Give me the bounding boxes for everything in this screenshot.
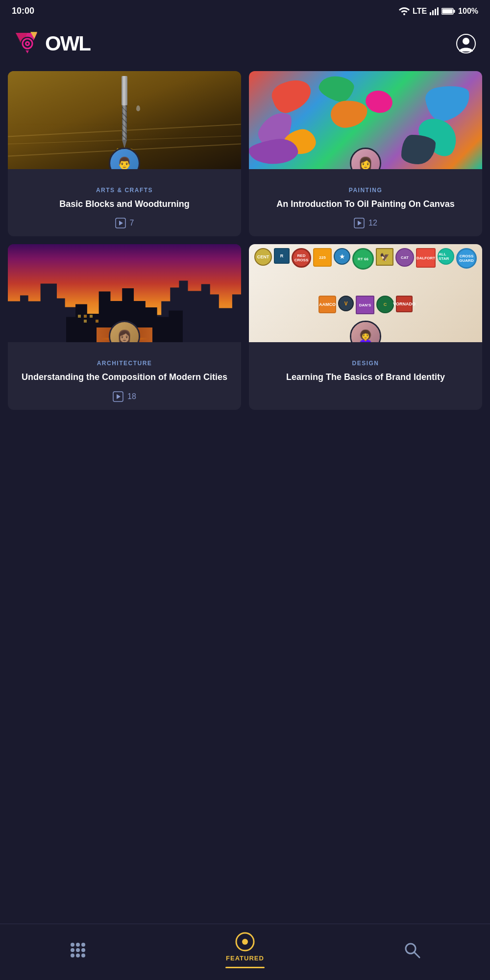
lte-text: LTE xyxy=(413,7,427,16)
profile-icon xyxy=(456,34,476,53)
course-info-brand: DESIGN Learning The Basics of Brand Iden… xyxy=(249,342,482,399)
category-painting: PAINTING xyxy=(257,187,474,194)
svg-point-24 xyxy=(76,943,80,947)
svg-rect-7 xyxy=(454,10,455,13)
thumbnail-brand: CENT R RED CROSS 225 ★ RT 66 🦅 CAT DALFO… xyxy=(249,244,482,342)
nav-underline xyxy=(225,967,265,968)
svg-point-28 xyxy=(81,948,85,952)
logo-text: OWL xyxy=(45,32,90,55)
course-card-woodturning[interactable]: 👨 ARTS & CRAFTS Basic Blocks and Woodtur… xyxy=(8,71,241,236)
svg-rect-2 xyxy=(432,10,434,15)
play-icon-woodturning xyxy=(115,218,126,228)
svg-point-30 xyxy=(76,954,80,957)
category-brand: DESIGN xyxy=(257,360,474,367)
bottom-nav: FEATURED xyxy=(0,924,490,980)
svg-rect-3 xyxy=(435,9,436,15)
svg-marker-22 xyxy=(117,394,121,399)
category-architecture: ARCHITECTURE xyxy=(16,360,233,367)
svg-point-27 xyxy=(76,948,80,952)
grid-icon xyxy=(69,941,87,959)
signal-icon xyxy=(430,7,439,15)
svg-marker-20 xyxy=(358,221,362,226)
svg-rect-6 xyxy=(442,9,453,13)
thumbnail-architecture: 👩🏽 xyxy=(8,244,241,342)
svg-point-14 xyxy=(26,43,28,45)
thumbnail-woodturning: 👨 xyxy=(8,71,241,169)
svg-point-0 xyxy=(403,13,405,15)
featured-icon xyxy=(235,932,255,952)
wifi-icon xyxy=(399,7,410,15)
search-icon xyxy=(403,941,421,959)
play-icon-painting xyxy=(354,218,365,228)
title-brand: Learning The Basics of Brand Identity xyxy=(257,372,474,383)
svg-point-33 xyxy=(242,939,248,945)
svg-point-23 xyxy=(71,943,74,947)
course-card-architecture[interactable]: 👩🏽 ARCHITECTURE Understanding the Compos… xyxy=(8,244,241,409)
course-card-brand[interactable]: CENT R RED CROSS 225 ★ RT 66 🦅 CAT DALFO… xyxy=(249,244,482,409)
svg-rect-4 xyxy=(437,7,439,15)
lessons-painting: 12 xyxy=(257,218,474,228)
status-bar: 10:00 LTE 100% xyxy=(0,0,490,20)
svg-point-31 xyxy=(81,954,85,957)
status-icons: LTE 100% xyxy=(399,7,478,16)
featured-label: FEATURED xyxy=(226,955,264,962)
lessons-woodturning: 7 xyxy=(16,218,233,228)
logo: OWL xyxy=(12,28,90,59)
course-grid: 👨 ARTS & CRAFTS Basic Blocks and Woodtur… xyxy=(0,71,490,410)
profile-button[interactable] xyxy=(454,31,478,56)
svg-point-16 xyxy=(463,38,469,45)
svg-point-26 xyxy=(71,948,74,952)
course-info-architecture: ARCHITECTURE Understanding the Compositi… xyxy=(8,342,241,409)
svg-marker-18 xyxy=(119,221,123,226)
nav-item-grid[interactable] xyxy=(59,941,97,959)
title-architecture: Understanding the Composition of Modern … xyxy=(16,372,233,383)
course-info-painting: PAINTING An Introduction To Oil Painting… xyxy=(249,169,482,236)
course-card-painting[interactable]: 👩 PAINTING An Introduction To Oil Painti… xyxy=(249,71,482,236)
title-woodturning: Basic Blocks and Woodturning xyxy=(16,199,233,210)
thumbnail-painting: 👩 xyxy=(249,71,482,169)
battery-icon xyxy=(441,7,455,15)
battery-percent: 100% xyxy=(458,7,478,16)
svg-point-29 xyxy=(71,954,74,957)
svg-point-25 xyxy=(81,943,85,947)
nav-item-search[interactable] xyxy=(393,941,431,959)
title-painting: An Introduction To Oil Painting On Canva… xyxy=(257,199,474,210)
play-icon-architecture xyxy=(113,391,123,402)
course-info-woodturning: ARTS & CRAFTS Basic Blocks and Woodturni… xyxy=(8,169,241,236)
lessons-architecture: 18 xyxy=(16,391,233,402)
category-woodturning: ARTS & CRAFTS xyxy=(16,187,233,194)
nav-item-featured[interactable]: FEATURED xyxy=(216,932,274,968)
header: OWL xyxy=(0,20,490,71)
svg-rect-1 xyxy=(430,12,431,15)
logo-icon xyxy=(12,28,43,59)
status-time: 10:00 xyxy=(12,6,34,16)
svg-line-35 xyxy=(414,952,419,957)
